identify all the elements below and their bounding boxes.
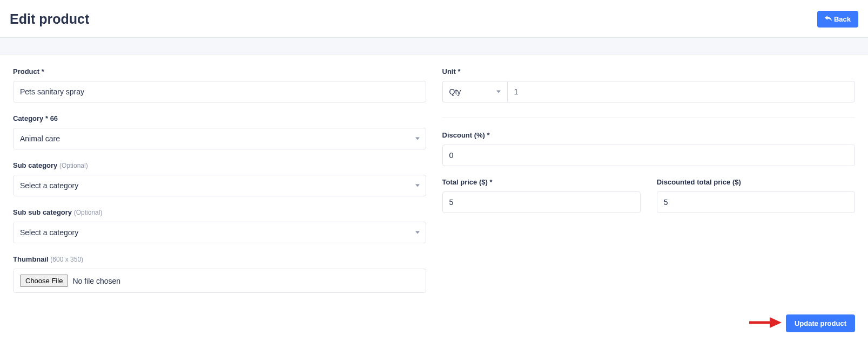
- section-divider: [442, 118, 856, 118]
- discounted-total-input[interactable]: [657, 191, 855, 213]
- subcategory-select-value: Select a category: [20, 181, 78, 190]
- subsubcategory-label: Sub sub category (Optional): [13, 208, 426, 216]
- right-column: Unit * Qty Discount (%) * Total price ($…: [442, 67, 856, 305]
- subcategory-field: Sub category (Optional) Select a categor…: [13, 161, 426, 196]
- category-label: Category * 66: [13, 114, 426, 122]
- page-header: Edit product Back: [0, 0, 868, 37]
- product-field: Product *: [13, 67, 426, 102]
- unit-row: Qty: [442, 81, 856, 102]
- back-button-label: Back: [834, 15, 851, 23]
- update-product-button[interactable]: Update product: [786, 314, 855, 332]
- total-price-field: Total price ($) *: [442, 178, 641, 213]
- category-select-value: Animal care: [20, 134, 60, 143]
- separator-band: [0, 37, 868, 54]
- left-column: Product * Category * 66 Animal care Sub …: [13, 67, 426, 305]
- unit-field: Unit * Qty: [442, 67, 856, 102]
- total-price-label: Total price ($) *: [442, 178, 641, 186]
- discount-input[interactable]: [442, 145, 856, 166]
- subsubcategory-select[interactable]: Select a category: [13, 222, 426, 243]
- svg-marker-1: [770, 317, 782, 328]
- subcategory-select-container: Select a category: [13, 175, 426, 196]
- thumbnail-file-input[interactable]: Choose File No file chosen: [13, 269, 426, 293]
- product-label: Product *: [13, 67, 426, 76]
- unit-select-wrap: Qty: [442, 81, 507, 102]
- price-row: Total price ($) * Discounted total price…: [442, 178, 856, 225]
- unit-quantity-input[interactable]: [507, 81, 856, 102]
- category-select[interactable]: Animal care: [13, 128, 426, 149]
- subcategory-optional: (Optional): [59, 162, 88, 169]
- unit-type-value: Qty: [449, 87, 461, 96]
- thumbnail-field: Thumbnail (600 x 350) Choose File No fil…: [13, 255, 426, 293]
- choose-file-button[interactable]: Choose File: [20, 275, 68, 287]
- subsubcategory-label-text: Sub sub category: [13, 208, 74, 216]
- subsubcategory-select-container: Select a category: [13, 222, 426, 243]
- category-field: Category * 66 Animal care: [13, 114, 426, 149]
- discounted-total-field: Discounted total price ($): [657, 178, 855, 213]
- footer-actions: Update product: [0, 314, 868, 332]
- thumbnail-hint: (600 x 350): [50, 256, 83, 263]
- subcategory-select[interactable]: Select a category: [13, 175, 426, 196]
- unit-label: Unit *: [442, 67, 856, 76]
- subsubcategory-optional: (Optional): [74, 209, 103, 216]
- subcategory-label-text: Sub category: [13, 161, 59, 169]
- no-file-chosen-text: No file chosen: [72, 277, 120, 285]
- subsubcategory-field: Sub sub category (Optional) Select a cat…: [13, 208, 426, 243]
- edit-product-form: Product * Category * 66 Animal care Sub …: [0, 54, 868, 305]
- category-select-container: Animal care: [13, 128, 426, 149]
- subcategory-label: Sub category (Optional): [13, 161, 426, 169]
- discount-label: Discount (%) *: [442, 131, 856, 139]
- thumbnail-label: Thumbnail (600 x 350): [13, 255, 426, 263]
- unit-type-select[interactable]: Qty: [442, 81, 507, 102]
- reply-arrow-icon: [825, 15, 832, 23]
- subsubcategory-select-value: Select a category: [20, 228, 78, 237]
- product-input[interactable]: [13, 81, 426, 102]
- discounted-total-label: Discounted total price ($): [657, 178, 855, 186]
- arrow-callout-icon: [749, 316, 782, 332]
- page-title: Edit product: [10, 11, 89, 27]
- thumbnail-label-text: Thumbnail: [13, 255, 50, 263]
- total-price-input[interactable]: [442, 191, 641, 213]
- discount-field: Discount (%) *: [442, 131, 856, 166]
- back-button[interactable]: Back: [817, 11, 858, 28]
